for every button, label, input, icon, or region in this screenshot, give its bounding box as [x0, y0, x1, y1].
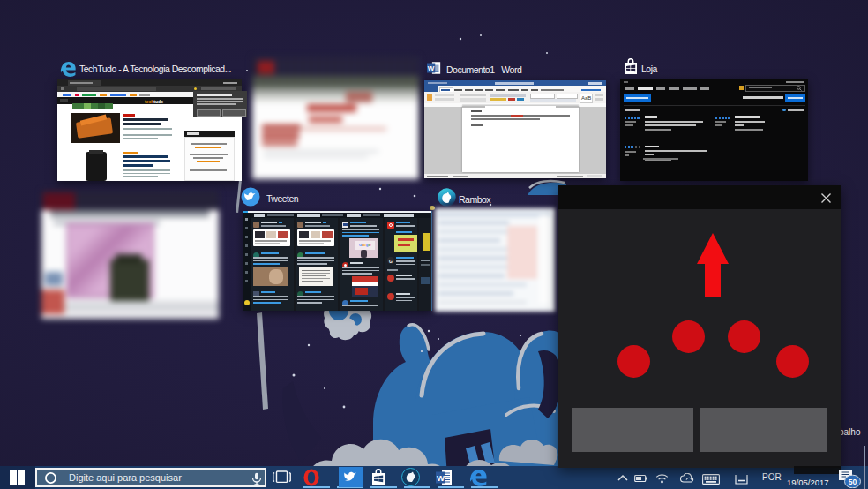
svg-text:50: 50	[849, 478, 857, 486]
svg-text:W: W	[428, 64, 435, 72]
svg-text:W: W	[437, 473, 445, 483]
